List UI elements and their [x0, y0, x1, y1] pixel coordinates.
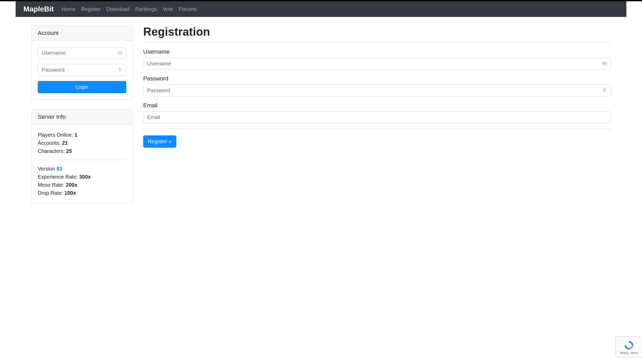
nav-rankings[interactable]: Rankings — [135, 6, 157, 12]
form-divider — [143, 129, 611, 129]
register-username-input[interactable] — [143, 58, 611, 70]
account-card: Account Login — [31, 25, 133, 100]
version-value: 83 — [56, 166, 62, 172]
players-online-label: Players Online: — [38, 132, 74, 138]
drop-rate-row: Drop Rate: 100x — [38, 189, 126, 197]
version-row: Version 83 — [38, 165, 126, 173]
navbar: MapleBit Home Register Download Rankings… — [16, 1, 626, 17]
exp-rate-label: Experience Rate: — [38, 174, 79, 180]
main-content: Registration Username Password Email — [143, 25, 611, 213]
nav-vote[interactable]: Vote — [163, 6, 173, 12]
meso-rate-value: 200x — [66, 182, 78, 188]
nav-forums[interactable]: Forums — [179, 6, 197, 12]
characters-label: Characters: — [38, 148, 66, 154]
key-icon — [602, 88, 607, 93]
keyboard-icon — [117, 50, 123, 55]
nav-home[interactable]: Home — [62, 6, 75, 12]
svg-point-9 — [603, 89, 606, 91]
svg-point-3 — [121, 53, 121, 53]
svg-point-4 — [119, 68, 121, 70]
svg-point-6 — [603, 63, 604, 64]
register-email-input[interactable] — [143, 111, 611, 123]
players-online-value: 1 — [74, 132, 77, 138]
brand-link[interactable]: MapleBit — [23, 5, 54, 13]
password-label: Password — [143, 75, 611, 82]
login-password-input[interactable] — [38, 64, 126, 76]
server-info-card: Server Info Players Online: 1 Accounts: … — [31, 109, 133, 204]
page-title: Registration — [143, 25, 611, 38]
nav-links: Home Register Download Rankings Vote For… — [62, 6, 197, 12]
svg-point-2 — [120, 53, 120, 53]
divider — [38, 160, 126, 160]
login-username-input[interactable] — [38, 47, 126, 59]
account-heading: Account — [32, 26, 133, 41]
nav-register[interactable]: Register — [81, 6, 100, 12]
login-button[interactable]: Login — [38, 81, 126, 93]
sidebar: Account Login Server Info — [31, 25, 133, 213]
server-info-heading: Server Info — [32, 109, 133, 125]
register-button[interactable]: Register » — [143, 135, 176, 148]
nav-download[interactable]: Download — [106, 6, 130, 12]
drop-rate-value: 100x — [64, 190, 76, 196]
accounts-row: Accounts: 21 — [38, 139, 126, 147]
register-password-input[interactable] — [143, 85, 611, 96]
meso-rate-row: Meso Rate: 200x — [38, 181, 126, 189]
players-online-row: Players Online: 1 — [38, 131, 126, 139]
username-label: Username — [143, 48, 611, 55]
exp-rate-value: 300x — [79, 174, 91, 180]
meso-rate-label: Meso Rate: — [38, 182, 66, 188]
characters-row: Characters: 25 — [38, 147, 126, 155]
title-divider — [143, 42, 611, 42]
key-icon — [117, 67, 123, 72]
characters-value: 25 — [66, 148, 72, 154]
drop-rate-label: Drop Rate: — [38, 190, 64, 196]
id-card-icon — [602, 61, 607, 66]
exp-rate-row: Experience Rate: 300x — [38, 173, 126, 181]
svg-point-1 — [119, 53, 119, 53]
accounts-label: Accounts: — [38, 140, 62, 146]
email-label: Email — [143, 102, 611, 109]
version-label: Version — [38, 166, 56, 172]
accounts-value: 21 — [62, 140, 68, 146]
